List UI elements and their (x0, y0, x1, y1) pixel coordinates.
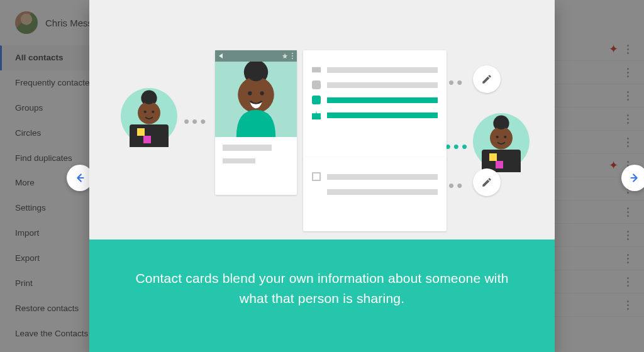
arrow-right-icon (628, 171, 641, 185)
onboarding-illustration: ••• ••• ••• ••• (89, 0, 555, 239)
person-icon (215, 62, 297, 137)
connector-dots-icon: ••• (184, 112, 208, 131)
illus-edit-button (473, 65, 501, 93)
calendar-icon (312, 172, 321, 181)
kebab-icon (292, 55, 293, 57)
onboarding-modal: ••• ••• ••• ••• (89, 0, 555, 352)
laptop-icon (130, 124, 169, 147)
onboarding-caption: Contact cards blend your own information… (89, 239, 555, 352)
svg-point-7 (495, 117, 508, 129)
svg-point-14 (260, 91, 264, 95)
onboarding-next-button[interactable] (621, 165, 644, 191)
sticky-note-icon (496, 161, 503, 168)
phone-icon (312, 80, 321, 89)
modal-overlay: ••• ••• ••• ••• (0, 0, 644, 352)
illus-info-card (303, 157, 447, 231)
svg-point-1 (138, 102, 160, 124)
illus-info-card (303, 50, 447, 160)
phone-icon (312, 96, 321, 104)
svg-point-8 (496, 136, 499, 138)
svg-point-4 (152, 111, 154, 113)
svg-point-13 (248, 91, 252, 95)
svg-point-3 (144, 111, 147, 113)
envelope-icon (312, 65, 321, 74)
sticky-note-icon (137, 128, 145, 136)
illus-edit-button (473, 168, 501, 196)
sticky-note-icon (143, 136, 151, 143)
pencil-icon (481, 74, 492, 85)
svg-point-9 (504, 136, 506, 138)
illus-contact-card (215, 50, 297, 195)
cake-icon (312, 111, 321, 119)
sticky-note-icon (489, 153, 497, 161)
svg-point-12 (247, 63, 265, 81)
connector-dots-icon: ••• (445, 137, 470, 157)
persona-left-avatar (121, 88, 177, 145)
star-icon (282, 53, 288, 59)
svg-point-6 (490, 127, 513, 150)
pencil-icon (481, 177, 492, 188)
back-icon (219, 53, 223, 58)
arrow-left-icon (73, 171, 87, 185)
svg-point-2 (143, 92, 155, 104)
persona-right-avatar (473, 113, 530, 170)
